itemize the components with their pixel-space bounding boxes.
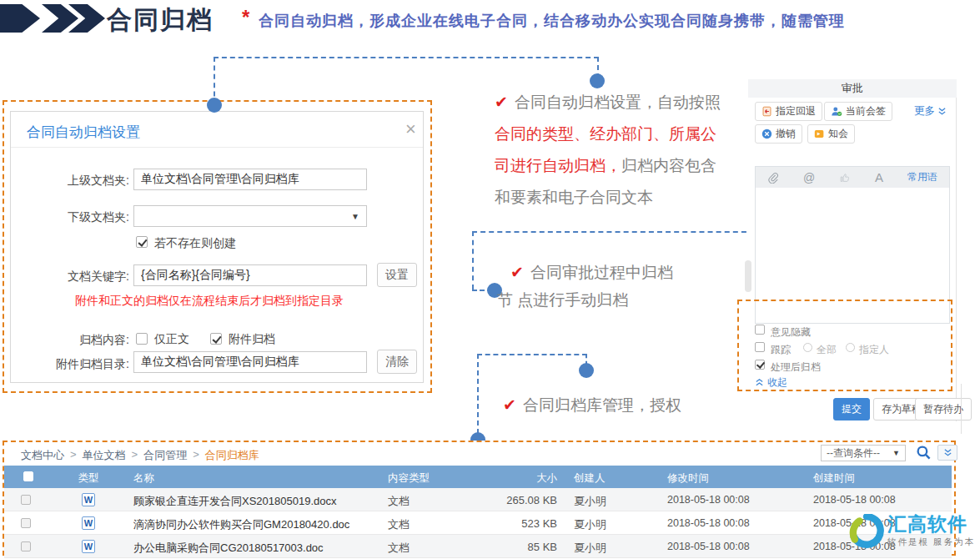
close-icon[interactable]: × xyxy=(405,120,416,138)
create-if-missing-checkbox[interactable] xyxy=(136,236,148,248)
select-all-checkbox[interactable] xyxy=(23,471,33,481)
column-name: 名称 xyxy=(133,471,154,486)
file-name[interactable]: 办公电脑采购合同CG20180517003.doc xyxy=(133,541,324,556)
annotation-auto-archive: ✔合同自动归档设置，自动按照合同的类型、经办部门、所属公司进行自动归档，归档内容… xyxy=(495,87,721,214)
check-icon: ✔ xyxy=(503,396,516,414)
column-size: 大小 xyxy=(484,471,557,486)
file-name[interactable]: 滴滴协同办公软件购买合同GM20180420.doc xyxy=(133,517,349,532)
row-checkbox[interactable] xyxy=(21,518,31,528)
column-modified: 修改时间 xyxy=(667,471,709,486)
connector-dot xyxy=(207,98,222,113)
check-icon: ✔ xyxy=(510,264,524,281)
advanced-search-toggle[interactable] xyxy=(937,445,957,461)
page-subtitle: 合同自动归档，形成企业在线电子合同，结合移动办公实现合同随身携带，随需管理 xyxy=(259,11,845,31)
speaker-icon xyxy=(814,128,825,139)
query-condition-select[interactable]: --查询条件-- ▼ xyxy=(821,445,906,461)
archive-content-label: 归档内容: xyxy=(25,333,129,348)
submit-button[interactable]: 提交 xyxy=(833,398,870,421)
dialog-title-divider xyxy=(11,147,423,148)
more-actions-link[interactable]: 更多 xyxy=(914,104,947,118)
attachment-archive-label: 附件归档 xyxy=(229,332,275,347)
hold-todo-button[interactable]: 暂存待办 xyxy=(915,398,972,421)
keyword-set-button[interactable]: 设置 xyxy=(377,263,417,287)
only-body-checkbox[interactable] xyxy=(136,333,148,345)
vendor-watermark: 汇高软件 软件是根 服务为本 xyxy=(849,514,975,549)
row-checkbox[interactable] xyxy=(21,495,31,505)
dropdown-arrow-icon: ▼ xyxy=(892,449,900,457)
notify-button[interactable]: 知会 xyxy=(807,124,855,144)
row-checkbox[interactable] xyxy=(21,541,31,551)
approval-panel-title: 审批 xyxy=(748,79,957,98)
breadcrumb-item[interactable]: 文档中心 xyxy=(21,448,64,463)
attachment-archive-checkbox[interactable] xyxy=(210,333,222,345)
check-icon: ✔ xyxy=(495,93,508,111)
creator: 夏小明 xyxy=(574,517,606,532)
modified-time: 2018-05-18 00:08 xyxy=(667,517,750,529)
column-type: 类型 xyxy=(52,471,125,486)
vendor-logo-icon xyxy=(849,514,884,549)
common-phrases-link[interactable]: 常用语 xyxy=(907,170,937,184)
breadcrumb-separator: > xyxy=(132,448,138,463)
create-if-missing-label: 若不存在则创建 xyxy=(154,236,236,251)
parent-folder-label: 上级文档夹: xyxy=(25,174,129,189)
content-type: 文档 xyxy=(388,517,410,532)
breadcrumb-separator: > xyxy=(193,448,199,463)
connector-line xyxy=(472,231,474,290)
connector-dot xyxy=(579,363,594,378)
content-type: 文档 xyxy=(388,541,410,556)
countersign-button[interactable]: 当前会签 xyxy=(824,102,892,121)
column-creator: 创建人 xyxy=(574,471,606,486)
brand-arrow-icon xyxy=(0,4,40,33)
keyword-label: 文档关键字: xyxy=(25,269,129,285)
comment-toolbar: @ A 常用语 xyxy=(755,166,950,189)
mention-icon[interactable]: @ xyxy=(803,171,815,184)
panel-divider xyxy=(961,384,962,434)
attachment-dir-clear-button[interactable]: 清除 xyxy=(377,350,417,374)
modified-time: 2018-05-18 00:08 xyxy=(667,541,750,552)
vendor-tagline: 软件是根 服务为本 xyxy=(887,536,975,548)
cancel-circle-icon xyxy=(761,128,772,139)
breadcrumb: 文档中心 > 单位文档 > 合同管理 > 合同归档库 xyxy=(21,448,259,463)
breadcrumb-item-current: 合同归档库 xyxy=(205,448,259,463)
file-name[interactable]: 顾家银企直连开发合同XS201805019.docx xyxy=(133,494,336,509)
creator: 夏小明 xyxy=(574,494,606,509)
panel-collapse-handle[interactable] xyxy=(745,260,751,292)
breadcrumb-separator: > xyxy=(70,448,77,463)
breadcrumb-item[interactable]: 合同管理 xyxy=(143,448,187,463)
table-row[interactable]: W 顾家银企直连开发合同XS201805019.docx 文档 265.08 K… xyxy=(4,488,952,511)
keyword-input[interactable] xyxy=(133,264,367,286)
annotation-library-manage: ✔合同归档库管理，授权 xyxy=(503,393,681,418)
content-type: 文档 xyxy=(388,494,410,509)
dialog-title: 合同自动归档设置 xyxy=(27,123,140,142)
file-size: 85 KB xyxy=(467,541,557,553)
assign-return-button[interactable]: 指定回退 xyxy=(755,102,822,121)
revoke-button[interactable]: 撤销 xyxy=(755,124,802,144)
attachment-dir-input[interactable] xyxy=(133,351,367,373)
column-content-type: 内容类型 xyxy=(388,471,430,486)
file-size: 523 KB xyxy=(467,517,557,530)
modified-time: 2018-05-18 00:08 xyxy=(667,494,750,506)
archive-warning-text: 附件和正文的归档仅在流程结束后才归档到指定目录 xyxy=(75,294,344,309)
connector-line xyxy=(477,354,587,355)
breadcrumb-item[interactable]: 单位文档 xyxy=(83,448,126,463)
page-title: 合同归档 xyxy=(107,3,214,38)
child-folder-select[interactable]: ▼ xyxy=(133,205,367,227)
table-row[interactable]: W 办公电脑采购合同CG20180517003.doc 文档 85 KB 夏小明… xyxy=(4,535,952,558)
connector-line xyxy=(214,57,599,58)
word-file-icon: W xyxy=(82,540,95,553)
search-icon[interactable] xyxy=(916,445,932,461)
parent-folder-input[interactable] xyxy=(133,169,367,190)
archive-option-highlight-frame xyxy=(737,300,952,391)
double-chevron-down-icon xyxy=(943,448,952,457)
file-size: 265.08 KB xyxy=(467,494,557,506)
annotation-manual-archive-line2: 节 点进行手动归档 xyxy=(497,288,628,313)
person-check-icon xyxy=(831,106,842,117)
contract-archive-page: 合同归档 * 合同自动归档，形成企业在线电子合同，结合移动办公实现合同随身携带，… xyxy=(0,0,980,559)
thumb-up-icon[interactable] xyxy=(839,172,851,184)
asterisk-mark: * xyxy=(242,6,249,29)
font-icon[interactable]: A xyxy=(875,170,883,184)
table-row[interactable]: W 滴滴协同办公软件购买合同GM20180420.doc 文档 523 KB 夏… xyxy=(4,511,952,535)
created-time: 2018-05-18 00:08 xyxy=(813,494,896,506)
attachment-dir-label: 附件归档目录: xyxy=(21,357,129,372)
paperclip-icon[interactable] xyxy=(767,172,779,184)
